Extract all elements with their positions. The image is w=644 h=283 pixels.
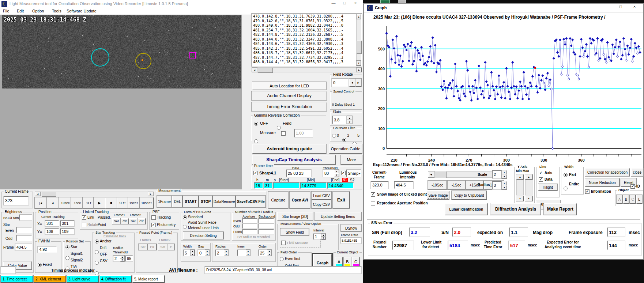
pixels-even-background-input[interactable]	[259, 218, 274, 223]
pixels-frame-aperture-input[interactable]	[242, 229, 257, 234]
frame1-set-button[interactable]: Set	[112, 218, 120, 224]
tab-make-report[interactable]: 5. Make report	[132, 275, 165, 283]
tracking-anchor-radio[interactable]	[95, 239, 99, 244]
minus-10sec-graph-button[interactable]: -10Sec	[428, 181, 447, 189]
correction-absorption-button[interactable]: Correction for absorption	[585, 168, 630, 176]
graph-radius-input[interactable]: 3	[492, 181, 502, 189]
spinner-up-icon[interactable]: ▲	[334, 170, 339, 173]
mid-time-field[interactable]: 14.3779	[300, 182, 327, 189]
frame2-set-button[interactable]: Set	[129, 218, 137, 224]
spinner-up-icon[interactable]: ▲	[120, 256, 124, 259]
copy-clipboard-button[interactable]: Copy to ClipBoard	[452, 191, 487, 200]
threshold-spinner[interactable]: ▲ ▼	[334, 170, 339, 177]
plus-10sec-button[interactable]: 10sec+	[140, 197, 154, 208]
gain-spinner[interactable]: ▲ ▼	[347, 116, 352, 124]
tracking-off-radio[interactable]	[95, 261, 99, 265]
x1-input[interactable]: 301	[45, 220, 59, 226]
star-image-3d-button[interactable]: Star Image [3D]	[277, 212, 313, 221]
spinner-down-icon[interactable]: ▼	[267, 253, 271, 256]
tab-xml-element[interactable]: 2. XML element	[34, 275, 66, 283]
line-axis-checkbox[interactable]: ✓	[539, 171, 543, 175]
minus-1frame-button[interactable]: -1Fr	[83, 197, 94, 208]
gaussian-3-radio[interactable]	[342, 138, 346, 142]
y-min-track[interactable]	[516, 180, 524, 195]
rotate-checkbox[interactable]	[82, 223, 86, 227]
lower-limit-field[interactable]: 5184	[448, 241, 468, 250]
position-set-star-radio[interactable]	[65, 245, 69, 249]
graph-radius-spinner[interactable]: ▲▼	[502, 181, 507, 189]
expected-error-field[interactable]: 144	[607, 241, 625, 250]
set-radius-recorded-label[interactable]: Set radius to recorded	[237, 235, 270, 239]
tab-diffraction-fit[interactable]: 4. Diffraction fit	[99, 275, 132, 283]
tab-light-curve[interactable]: 3. Light curve	[67, 275, 99, 283]
play-button[interactable]: ▶	[94, 197, 105, 208]
start-button[interactable]: START	[183, 196, 199, 207]
scroll-left-icon[interactable]: ◄	[252, 68, 257, 72]
tracking-threshold-input[interactable]: 95	[125, 256, 133, 261]
direction-setting-button[interactable]: Direction Setting	[183, 232, 223, 239]
gap-spinner[interactable]: ▲▼	[205, 250, 209, 256]
scroll-right-icon[interactable]: ►	[148, 192, 153, 196]
radius-spinner[interactable]: ▲▼	[224, 250, 228, 256]
inner-input[interactable]	[237, 250, 246, 256]
go-first-frame-button[interactable]: |◄	[35, 197, 47, 208]
capture-button[interactable]: Capture	[268, 192, 288, 208]
video-scroll-thumb[interactable]	[42, 192, 56, 197]
target-aperture-circle[interactable]	[91, 48, 109, 67]
predicted-error-field[interactable]: 517	[509, 241, 525, 250]
even-first-radio[interactable]	[280, 257, 284, 261]
spinner-down-icon[interactable]: ▼	[334, 173, 339, 177]
psf-tracking-checkbox[interactable]	[151, 215, 156, 220]
pixels-frame-background-input[interactable]	[259, 229, 274, 234]
odd-input[interactable]	[16, 235, 32, 241]
graph-scroll-thumb[interactable]	[435, 171, 447, 178]
plus-1sec-button[interactable]: 1sec+	[128, 197, 140, 208]
frame2-clr-button[interactable]: Clr	[138, 218, 146, 224]
make-report-button[interactable]: Make Report	[544, 203, 577, 215]
spinner-up-icon[interactable]: ▲	[246, 250, 250, 253]
menu-file[interactable]: File	[3, 9, 10, 13]
sharp41-checkbox[interactable]: ✓	[253, 171, 258, 175]
plus-1frame-button[interactable]: 1Fr+	[117, 197, 128, 208]
graph-maximize-button[interactable]: □	[614, 4, 627, 12]
pixels-even-aperture-input[interactable]	[242, 218, 257, 223]
hour-field[interactable]: 18	[254, 182, 263, 189]
inner-spinner[interactable]: ▲▼	[246, 250, 250, 256]
stop-button[interactable]: ■	[105, 197, 117, 208]
spinner-down-icon[interactable]: ▼	[502, 185, 507, 189]
fwhm-fixed-radio[interactable]	[38, 263, 42, 267]
video-position-scrollbar[interactable]: ◄ ►	[35, 192, 154, 196]
spinner-down-icon[interactable]: ▼	[191, 253, 195, 256]
psf-photometry-checkbox[interactable]: ✓	[151, 223, 156, 227]
sharp-dropdown[interactable]: Sharp▼	[346, 170, 361, 177]
width-entire-radio[interactable]	[564, 186, 568, 190]
show-image-checkbox[interactable]: ✓	[371, 192, 375, 197]
width-spinner[interactable]: ▲▼	[191, 250, 195, 256]
tracking-radius-input[interactable]: 2	[113, 256, 120, 261]
tracking-csv-radio[interactable]	[95, 271, 99, 275]
y-max-track[interactable]	[525, 180, 532, 195]
object-l-select-button[interactable]: L	[636, 195, 642, 204]
save-to-csv-button[interactable]: SaveToCSV-File	[236, 196, 266, 207]
end-time-field[interactable]: 14.4340	[327, 182, 354, 189]
frame-exposure-field[interactable]: 112	[607, 228, 625, 237]
spinner-up-icon[interactable]: ▲	[267, 250, 271, 253]
bkg-standard-radio[interactable]	[183, 215, 187, 219]
dshow-button[interactable]: DShow	[341, 224, 361, 232]
load-csv-button[interactable]: Load CSV	[312, 192, 331, 200]
interval-spinner[interactable]: ▲▼	[321, 234, 325, 239]
more-button[interactable]: More	[341, 155, 362, 165]
spinner-up-icon[interactable]: ▲	[191, 250, 195, 253]
data-remove-button[interactable]: DataRemove	[213, 196, 236, 207]
gamma-field-radio[interactable]	[277, 126, 281, 130]
gamma-measure-radio[interactable]	[254, 139, 258, 143]
tracking-drift-radio[interactable]	[95, 250, 99, 254]
sn-full-drop-field[interactable]: 3.2	[409, 228, 430, 237]
passed-clr2-button[interactable]: C	[167, 244, 175, 250]
outer-input[interactable]: 25	[259, 250, 267, 256]
pixels-odd-aperture-input[interactable]	[242, 224, 257, 229]
spinner-down-icon[interactable]: ▼	[120, 259, 124, 261]
graph-current-frame-input[interactable]: 323.0	[371, 181, 388, 189]
spinner-down-icon[interactable]: ▼	[321, 237, 325, 239]
audio-channel-display-button[interactable]: Audio Channel Display	[252, 91, 327, 100]
